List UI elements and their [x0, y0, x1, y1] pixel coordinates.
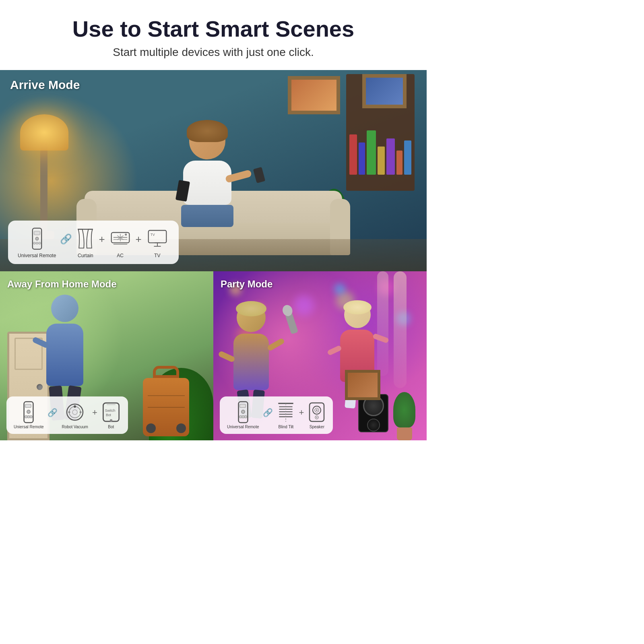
away-device-strip: Uniersal Remote 🔗	[6, 396, 128, 434]
door-knob	[37, 384, 43, 390]
page-subtitle: Start multiple devices with just one cli…	[24, 46, 402, 59]
ac-svg	[111, 227, 130, 250]
vacuum-icon	[65, 401, 85, 423]
device-tv-label: TV	[154, 253, 160, 258]
party-blind-label: Blind Tilt	[279, 425, 294, 429]
party-remote-label: Universal Remote	[227, 425, 259, 429]
svg-rect-21	[25, 405, 31, 408]
svg-point-24	[25, 416, 27, 418]
tv-svg: TV	[148, 227, 167, 250]
device-tv-item: TV TV	[146, 226, 169, 258]
svg-point-41	[239, 416, 242, 418]
svg-point-27	[69, 407, 80, 418]
device-ac-item: AC	[109, 226, 132, 258]
svg-point-31	[80, 411, 82, 413]
floor-light-2	[377, 271, 388, 376]
svg-point-55	[316, 417, 318, 418]
away-mode-scene: Away From Home Mode	[0, 271, 213, 440]
device-ac-label: AC	[117, 253, 124, 258]
remote-icon	[28, 226, 46, 251]
bot-svg: Switch Bot	[101, 401, 121, 423]
party-remote-icon	[235, 401, 251, 423]
party-speaker-item: Speaker	[308, 401, 326, 429]
plus-connector-2: +	[136, 233, 142, 246]
bottom-row: Away From Home Mode	[0, 271, 427, 440]
lamp-shade	[20, 114, 68, 151]
svg-point-30	[68, 411, 70, 413]
svg-text:TV: TV	[151, 233, 155, 237]
party-plus-connector: +	[299, 407, 304, 418]
device-remote-label: Universal Remote	[18, 253, 56, 258]
ac-icon	[109, 226, 132, 251]
away-bot-item: Switch Bot Bot	[101, 401, 121, 429]
svg-point-4	[33, 242, 35, 245]
device-curtain-label: Curtain	[78, 253, 93, 258]
party-mode-label: Party Mode	[221, 279, 272, 290]
svg-text:Bot: Bot	[106, 413, 111, 417]
party-mode-scene: Party Mode Univers	[213, 271, 427, 440]
svg-point-35	[109, 419, 112, 422]
svg-point-3	[36, 242, 38, 245]
chain-connector-1: 🔗	[60, 233, 72, 245]
away-remote-svg	[21, 401, 36, 423]
vacuum-svg	[65, 401, 85, 423]
blind-tilt-icon	[277, 401, 295, 423]
party-remote-item: Universal Remote	[227, 401, 259, 429]
svg-point-13	[125, 234, 127, 236]
svg-point-29	[74, 405, 76, 408]
floor-light-1	[394, 271, 407, 388]
away-remote-item: Uniersal Remote	[14, 401, 43, 429]
svg-rect-1	[34, 231, 40, 235]
curtain-svg	[76, 227, 95, 250]
seated-person	[181, 123, 233, 227]
arrive-mode-scene: Arrive Mode Universal Remote	[0, 70, 427, 271]
svg-point-22	[27, 410, 30, 413]
svg-point-39	[242, 410, 245, 413]
svg-point-23	[27, 416, 30, 418]
images-grid: Arrive Mode Universal Remote	[0, 70, 427, 440]
svg-point-2	[35, 237, 38, 240]
party-link-connector: 🔗	[263, 408, 273, 417]
svg-point-28	[72, 410, 77, 415]
svg-text:Switch: Switch	[105, 409, 115, 413]
svg-point-40	[242, 416, 244, 418]
away-plus-connector: +	[92, 407, 97, 418]
away-vacuum-label: Robot Vacuum	[62, 425, 88, 429]
svg-point-25	[30, 416, 32, 418]
away-vacuum-item: Robot Vacuum	[62, 401, 88, 429]
page-title: Use to Start Smart Scenes	[24, 16, 402, 42]
tv-icon: TV	[146, 226, 169, 251]
party-remote-svg	[235, 401, 251, 423]
wall-frame-2	[362, 74, 407, 108]
party-speaker-label: Speaker	[310, 425, 324, 429]
wall-frame-1	[288, 76, 340, 114]
arrive-device-strip: Universal Remote 🔗 Curtain	[8, 221, 179, 264]
header-section: Use to Start Smart Scenes Start multiple…	[0, 0, 427, 70]
party-wall-frame	[345, 370, 380, 400]
arrive-mode-label: Arrive Mode	[10, 78, 80, 92]
party-device-strip: Universal Remote 🔗	[220, 396, 333, 434]
suitcase	[143, 366, 189, 436]
away-bot-label: Bot	[108, 425, 114, 429]
speaker-icon	[308, 401, 326, 423]
device-curtain-item: Curtain	[76, 226, 95, 258]
party-blind-item: Blind Tilt	[277, 401, 295, 429]
plus-connector-1: +	[99, 233, 105, 246]
remote-svg	[28, 227, 46, 250]
blind-svg	[277, 401, 295, 423]
svg-point-42	[244, 416, 247, 418]
svg-point-5	[38, 242, 41, 245]
away-link-connector: 🔗	[47, 408, 58, 417]
away-remote-label: Uniersal Remote	[14, 425, 43, 429]
device-remote-item: Universal Remote	[18, 226, 56, 258]
svg-point-53	[316, 409, 318, 411]
away-mode-label: Away From Home Mode	[7, 279, 117, 290]
curtain-icon	[76, 226, 95, 251]
speaker-svg	[308, 401, 326, 423]
svg-rect-38	[239, 405, 246, 408]
away-remote-icon	[21, 401, 36, 423]
bot-icon: Switch Bot	[101, 401, 121, 423]
party-plant	[393, 392, 415, 440]
